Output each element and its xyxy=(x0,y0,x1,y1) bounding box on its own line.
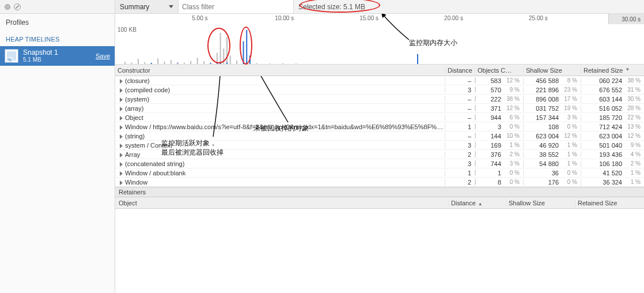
expand-icon[interactable] xyxy=(120,144,123,148)
svg-rect-35 xyxy=(296,63,297,64)
ret-col-distance[interactable]: Distance xyxy=(448,200,506,206)
svg-rect-24 xyxy=(230,55,231,64)
snapshot-item[interactable]: Snapshot 1 5.1 MB Save xyxy=(0,46,115,66)
svg-rect-8 xyxy=(171,60,172,64)
svg-rect-21 xyxy=(223,48,224,64)
expand-icon[interactable] xyxy=(120,181,123,185)
svg-rect-16 xyxy=(210,63,211,64)
table-row[interactable]: Object–9446 %157 3443 %185 72022 % xyxy=(115,113,644,122)
tick: 25.00 s xyxy=(529,15,548,21)
profiles-heading: Profiles xyxy=(0,14,115,31)
tick: 15.00 s xyxy=(359,15,378,21)
svg-rect-19 xyxy=(220,33,221,64)
expand-icon[interactable] xyxy=(120,97,123,102)
table-row[interactable]: (string)–14410 %623 00412 %623 00412 % xyxy=(115,132,644,141)
col-distance[interactable]: Distance xyxy=(445,67,475,74)
svg-rect-2 xyxy=(138,59,139,64)
ret-col-shallow[interactable]: Shallow Size xyxy=(506,200,575,206)
table-row[interactable]: (concatenated string)37443 %54 8801 %106… xyxy=(115,159,644,168)
svg-rect-3 xyxy=(144,62,145,64)
svg-rect-18 xyxy=(217,63,218,64)
main-panel: Summary Selected size: 5.1 MB 5.00 s 10.… xyxy=(115,0,644,293)
svg-rect-14 xyxy=(203,61,204,64)
svg-rect-29 xyxy=(246,30,247,64)
heap-timelines-heading: HEAP TIMELINES xyxy=(0,31,115,46)
snapshot-name: Snapshot 1 xyxy=(23,48,91,57)
expand-icon[interactable] xyxy=(120,107,123,111)
table-row[interactable]: (system)–22238 %896 00817 %603 14430 % xyxy=(115,95,644,104)
allocation-timeline[interactable]: 5.00 s 10.00 s 15.00 s 20.00 s 25.00 s 3… xyxy=(115,14,644,65)
table-row[interactable]: Window / about:blank110 %360 %41 5201 % xyxy=(115,168,644,178)
svg-rect-7 xyxy=(164,62,165,64)
col-shallow[interactable]: Shallow Size xyxy=(523,67,581,74)
expand-icon[interactable] xyxy=(120,162,123,167)
clear-icon[interactable] xyxy=(14,3,21,10)
expand-icon[interactable] xyxy=(120,116,123,121)
tick: 10.00 s xyxy=(275,15,294,21)
record-icon[interactable] xyxy=(5,4,10,10)
overview-end-label: 30.00 s xyxy=(608,14,644,24)
svg-rect-1 xyxy=(131,63,132,64)
table-row[interactable]: (compiled code)35709 %221 89623 %676 552… xyxy=(115,85,644,95)
expand-icon[interactable] xyxy=(120,134,123,139)
chevron-down-icon xyxy=(169,5,173,8)
time-ruler: 5.00 s 10.00 s 15.00 s 20.00 s 25.00 s 3… xyxy=(115,14,644,24)
svg-rect-11 xyxy=(184,63,185,64)
expand-icon[interactable] xyxy=(120,125,123,130)
window-controls xyxy=(0,0,115,14)
view-select[interactable]: Summary xyxy=(115,0,179,13)
ret-col-retained[interactable]: Retained Size xyxy=(575,200,644,206)
retainers-header[interactable]: Object Distance Shallow Size Retained Si… xyxy=(115,197,644,209)
chart-area xyxy=(115,24,608,64)
expand-icon[interactable] xyxy=(120,171,123,176)
svg-rect-23 xyxy=(226,62,228,64)
svg-rect-13 xyxy=(197,58,198,64)
toolbar: Summary Selected size: 5.1 MB xyxy=(115,0,644,14)
svg-rect-20 xyxy=(220,62,221,64)
col-objects[interactable]: Objects C… xyxy=(475,67,523,74)
retainers-title[interactable]: Retainers xyxy=(115,187,644,197)
sidebar: Profiles HEAP TIMELINES Snapshot 1 5.1 M… xyxy=(0,0,115,293)
svg-rect-27 xyxy=(243,42,244,64)
snapshot-save-link[interactable]: Save xyxy=(96,52,110,59)
tick: 5.00 s xyxy=(192,15,207,21)
svg-rect-32 xyxy=(256,63,257,64)
retainers-body xyxy=(115,209,644,293)
grid-header[interactable]: Constructor Distance Objects C… Shallow … xyxy=(115,65,644,76)
snapshot-size: 5.1 MB xyxy=(23,57,91,63)
snapshot-icon xyxy=(5,49,18,63)
table-row[interactable]: Window280 %1760 %36 3241 % xyxy=(115,178,644,187)
table-row[interactable]: (array)–37112 %031 75219 %516 05228 % xyxy=(115,104,644,113)
col-retained[interactable]: Retained Size xyxy=(581,67,644,74)
expand-icon[interactable] xyxy=(120,153,123,157)
svg-rect-33 xyxy=(269,63,270,64)
svg-rect-6 xyxy=(157,58,158,64)
ret-col-object[interactable]: Object xyxy=(115,200,448,206)
class-filter-input[interactable] xyxy=(179,0,294,13)
col-constructor[interactable]: Constructor xyxy=(115,67,445,74)
svg-rect-31 xyxy=(249,55,251,64)
constructor-grid: Constructor Distance Objects C… Shallow … xyxy=(115,65,644,187)
expand-icon[interactable] xyxy=(120,79,123,84)
tick: 20.00 s xyxy=(444,15,463,21)
svg-rect-10 xyxy=(177,63,178,64)
svg-rect-17 xyxy=(217,52,218,64)
svg-rect-12 xyxy=(190,61,191,64)
svg-rect-22 xyxy=(226,37,228,64)
svg-rect-34 xyxy=(282,63,283,64)
grid-body[interactable]: 未被回收掉的对象 监控期活跃对象， 最后被浏览器回收掉 (closure)–58… xyxy=(115,76,644,187)
svg-rect-36 xyxy=(417,54,418,64)
table-row[interactable]: Array23762 %38 5521 %193 4364 % xyxy=(115,150,644,159)
svg-rect-25 xyxy=(236,61,237,64)
expand-icon[interactable] xyxy=(120,88,123,93)
view-select-label: Summary xyxy=(120,3,149,11)
table-row[interactable]: Window / https://www.baidu.com/s?ie=utf-… xyxy=(115,122,644,132)
svg-rect-5 xyxy=(151,63,152,64)
svg-rect-0 xyxy=(124,62,126,64)
selected-size-label: Selected size: 5.1 MB xyxy=(294,0,374,13)
table-row[interactable]: (closure)–58312 %456 5888 %060 22438 % xyxy=(115,76,644,85)
table-row[interactable]: system / Context31691 %46 9201 %501 0409… xyxy=(115,141,644,150)
